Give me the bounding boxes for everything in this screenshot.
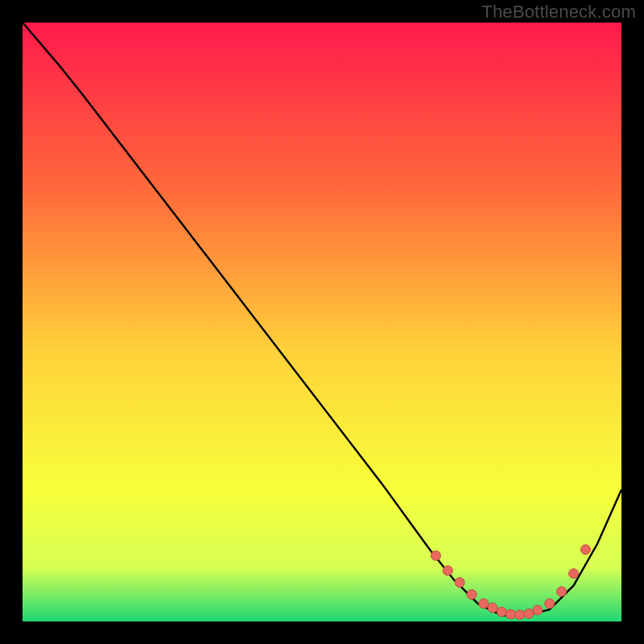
- watermark-text: TheBottleneck.com: [481, 2, 636, 23]
- optimal-marker: [497, 607, 506, 617]
- optimal-marker: [506, 609, 515, 619]
- gradient-background: [23, 23, 621, 621]
- plot-svg: [23, 23, 621, 621]
- optimal-marker: [524, 609, 534, 618]
- optimal-marker: [443, 566, 452, 576]
- optimal-marker: [467, 590, 477, 600]
- optimal-marker: [515, 610, 525, 620]
- plot-area: [23, 23, 621, 621]
- chart-frame: TheBottleneck.com: [0, 0, 644, 644]
- optimal-marker: [479, 599, 489, 609]
- optimal-marker: [488, 603, 497, 613]
- optimal-marker: [455, 578, 464, 588]
- optimal-marker: [569, 569, 579, 579]
- optimal-marker: [557, 587, 567, 597]
- optimal-marker: [533, 605, 543, 615]
- optimal-marker: [580, 545, 590, 555]
- optimal-marker: [545, 599, 555, 609]
- optimal-marker: [431, 551, 440, 560]
